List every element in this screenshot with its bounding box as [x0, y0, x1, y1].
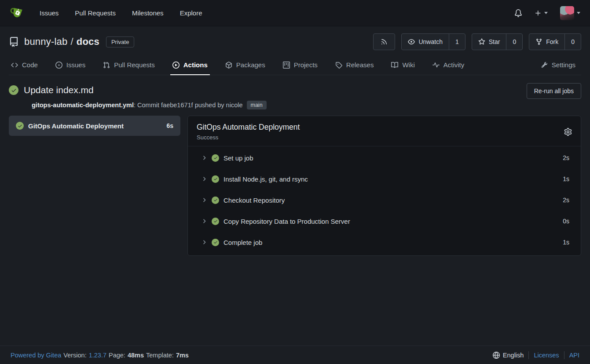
repo-action-buttons: Unwatch 1 Star 0 Fork 0	[373, 33, 581, 50]
job-name: GitOps Automatic Deployment	[28, 122, 162, 130]
version-label: Version:	[63, 352, 86, 359]
page-time-label: Page:	[109, 352, 125, 359]
play-circle-icon	[172, 62, 180, 69]
notifications-bell-icon[interactable]	[514, 9, 522, 17]
language-selector[interactable]: English	[503, 352, 524, 359]
nav-item-issues[interactable]: Issues	[40, 9, 59, 17]
gitea-logo[interactable]	[10, 6, 25, 21]
chevron-right-icon	[201, 155, 207, 161]
actions-run-view: Update index.md gitops-automatic-deploym…	[0, 75, 590, 346]
git-pull-request-icon	[103, 62, 110, 69]
step-row-install-node[interactable]: Install Node.js, git, and rsync 1s	[188, 168, 581, 189]
watchers-count[interactable]: 1	[449, 34, 465, 50]
step-duration: 2s	[563, 154, 569, 161]
repo-icon	[9, 37, 19, 47]
rss-feed-button[interactable]	[373, 33, 395, 50]
powered-by-gitea-link[interactable]: Powered by Gitea	[11, 352, 61, 359]
run-header-info: Update index.md gitops-automatic-deploym…	[9, 82, 527, 109]
nav-item-explore[interactable]: Explore	[180, 9, 202, 17]
user-avatar	[560, 6, 574, 20]
tab-wiki[interactable]: Wiki	[389, 55, 417, 75]
unwatch-button[interactable]: Unwatch	[402, 34, 448, 50]
tab-releases[interactable]: Releases	[333, 55, 376, 75]
watch-button-group: Unwatch 1	[401, 33, 465, 50]
rss-icon	[381, 38, 388, 45]
step-duration: 0s	[563, 218, 569, 225]
api-link[interactable]: API	[569, 352, 579, 359]
tools-icon	[541, 62, 548, 69]
package-icon	[225, 62, 232, 69]
navbar-right	[514, 6, 580, 20]
licenses-link[interactable]: Licenses	[534, 352, 559, 359]
run-subtitle: gitops-automatic-deployment.yml: Commit …	[32, 101, 527, 109]
tab-pull-requests[interactable]: Pull Requests	[101, 55, 157, 75]
globe-icon	[493, 352, 500, 359]
template-time-value: 7ms	[176, 352, 189, 359]
repo-header: bunny-lab/docs Private Unwatch 1	[0, 26, 590, 75]
top-navbar: Issues Pull Requests Milestones Explore	[0, 0, 590, 26]
star-button[interactable]: Star	[472, 34, 506, 50]
tag-icon	[335, 62, 342, 69]
tab-actions[interactable]: Actions	[170, 55, 210, 75]
chevron-down-icon	[577, 12, 580, 14]
fork-icon	[535, 38, 542, 45]
job-options-gear-icon[interactable]	[564, 128, 572, 136]
chevron-right-icon	[201, 218, 207, 224]
commit-info-text: : Commit faebe1671f pushed by nicole	[134, 102, 242, 109]
repo-title-row: bunny-lab/docs Private Unwatch 1	[9, 33, 581, 51]
template-time-label: Template:	[146, 352, 174, 359]
forks-count[interactable]: 0	[564, 34, 581, 50]
job-panel-header: GitOps Automatic Deployment Success	[188, 116, 581, 146]
job-steps-list: Set up job 2s Install Node.js, git, and …	[188, 146, 581, 255]
page-footer: Powered by Gitea Version: 1.23.7 Page: 4…	[0, 346, 590, 364]
step-name: Checkout Repository	[224, 197, 563, 204]
gitea-actions-page: Issues Pull Requests Milestones Explore	[0, 0, 590, 364]
nav-item-pull-requests[interactable]: Pull Requests	[75, 9, 116, 17]
user-menu-button[interactable]	[560, 6, 580, 20]
job-log-panel: GitOps Automatic Deployment Success Set …	[187, 116, 581, 256]
step-name: Copy Repository Data to Production Serve…	[224, 218, 563, 225]
divider	[564, 351, 564, 359]
run-body: GitOps Automatic Deployment 6s GitOps Au…	[9, 116, 581, 256]
stars-count[interactable]: 0	[506, 34, 522, 50]
chevron-right-icon	[201, 197, 207, 203]
rerun-all-jobs-button[interactable]: Re-run all jobs	[527, 83, 581, 99]
tab-code[interactable]: Code	[9, 55, 40, 75]
step-success-check-icon	[212, 154, 219, 162]
repo-breadcrumb: bunny-lab/docs	[24, 36, 99, 47]
nav-item-milestones[interactable]: Milestones	[132, 9, 164, 17]
create-new-button[interactable]	[535, 10, 548, 17]
job-status-text: Success	[197, 134, 300, 141]
workflow-file-link[interactable]: gitops-automatic-deployment.yml	[32, 102, 134, 109]
pulse-icon	[432, 62, 440, 69]
step-name: Complete job	[224, 239, 563, 246]
tab-packages[interactable]: Packages	[223, 55, 268, 75]
plus-icon	[535, 10, 542, 17]
step-row-complete-job[interactable]: Complete job 1s	[188, 232, 581, 253]
step-row-copy-repository-data[interactable]: Copy Repository Data to Production Serve…	[188, 211, 581, 232]
step-row-setup-job[interactable]: Set up job 2s	[188, 147, 581, 168]
run-success-check-icon	[9, 85, 18, 95]
star-button-group: Star 0	[472, 33, 523, 50]
step-name: Install Node.js, git, and rsync	[224, 175, 563, 183]
job-duration: 6s	[166, 122, 173, 129]
job-list-item[interactable]: GitOps Automatic Deployment 6s	[9, 116, 180, 136]
repo-tab-bar: Code Issues Pull Requests Actions Packag…	[9, 55, 581, 75]
project-icon	[283, 62, 290, 69]
step-row-checkout-repository[interactable]: Checkout Repository 2s	[188, 189, 581, 211]
fork-button[interactable]: Fork	[529, 34, 564, 50]
breadcrumb-separator: /	[70, 36, 73, 47]
branch-badge[interactable]: main	[247, 101, 267, 109]
jobs-sidebar: GitOps Automatic Deployment 6s	[9, 116, 180, 136]
run-title: Update index.md	[24, 85, 94, 95]
version-link[interactable]: 1.23.7	[89, 352, 106, 359]
tab-issues[interactable]: Issues	[53, 55, 88, 75]
repo-name-link[interactable]: docs	[77, 36, 99, 47]
tab-settings[interactable]: Settings	[539, 55, 578, 75]
fork-button-group: Fork 0	[529, 33, 581, 50]
step-success-check-icon	[212, 239, 219, 246]
repo-owner-link[interactable]: bunny-lab	[24, 36, 67, 47]
tab-activity[interactable]: Activity	[430, 55, 467, 75]
tab-projects[interactable]: Projects	[281, 55, 320, 75]
eye-icon	[408, 38, 415, 45]
